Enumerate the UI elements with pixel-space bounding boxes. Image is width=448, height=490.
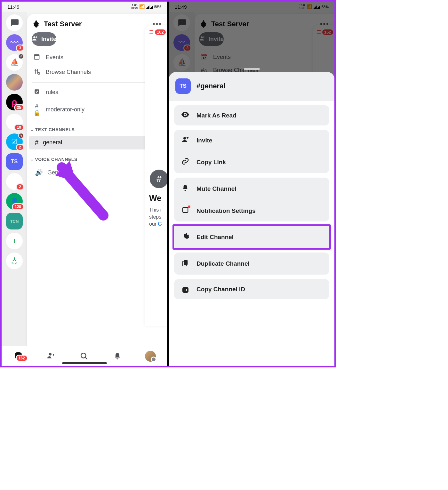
add-server-button[interactable]: +: [6, 233, 23, 249]
server-rail: 〰3 ⛵🔇 ρ25 10 ☑🔇2 TS 2 👤120 TCN +: [2, 12, 27, 346]
signal-icon: ◢◢: [146, 4, 153, 9]
nav-notifications[interactable]: [111, 352, 124, 360]
eye-icon: [181, 112, 189, 119]
gear-icon: [181, 232, 189, 242]
server-avatar[interactable]: 2: [6, 173, 23, 190]
nav-profile[interactable]: [144, 351, 157, 362]
status-time: 11:49: [7, 4, 20, 10]
chevron-down-icon: ⌄: [30, 157, 34, 162]
nav-friends[interactable]: [45, 352, 58, 360]
hash-lock-icon: #🔒: [33, 103, 41, 116]
muted-icon: 🔇: [18, 133, 24, 139]
channel-general[interactable]: # general: [29, 136, 165, 149]
copy-icon: [181, 259, 189, 268]
svg-rect-1: [35, 54, 39, 56]
sheet-title: #general: [196, 82, 226, 90]
notification-settings-button[interactable]: Notification Settings: [174, 200, 329, 221]
status-bar: 11:49 1.00KB/S 📶 ◢◢ 58%: [2, 2, 167, 12]
mark-as-read-button[interactable]: Mark As Read: [174, 105, 329, 125]
user-plus-icon: [181, 136, 189, 144]
status-battery: 58%: [154, 5, 161, 9]
server-boost-icon: [32, 20, 41, 28]
svg-point-5: [185, 114, 186, 116]
nav-home[interactable]: 162: [12, 352, 25, 360]
calendar-icon: [33, 53, 41, 61]
mention-badge: 162: [155, 29, 166, 35]
channel-actions-sheet: TS #general Mark As Read Invite: [169, 72, 334, 366]
chat-peek[interactable]: ☰162 # We This istepsour G: [145, 25, 168, 326]
discover-button[interactable]: [6, 253, 23, 269]
rules-icon: [33, 88, 41, 96]
server-avatar[interactable]: TCN: [6, 213, 23, 229]
home-indicator: [62, 362, 107, 364]
sheet-header: TS #general: [169, 72, 334, 101]
link-icon: [181, 157, 189, 167]
server-avatar[interactable]: ⛵🔇: [6, 54, 23, 71]
invite-button[interactable]: Invite: [32, 32, 56, 46]
volume-icon: 🔊: [35, 169, 43, 176]
hash-icon: #: [35, 139, 38, 146]
svg-rect-7: [184, 260, 188, 265]
edit-channel-button[interactable]: Edit Channel: [174, 226, 329, 248]
wifi-icon: 📶: [139, 4, 145, 9]
server-avatar-small: TS: [175, 78, 191, 94]
id-icon: ID: [181, 285, 189, 293]
svg-point-4: [81, 353, 86, 358]
hash-icon: #: [150, 170, 168, 188]
server-avatar[interactable]: ☑🔇2: [6, 133, 23, 150]
copy-link-button[interactable]: Copy Link: [174, 151, 329, 173]
server-avatar-current[interactable]: TS: [6, 153, 23, 170]
voice-channel[interactable]: 🔊 General: [29, 165, 165, 180]
server-title[interactable]: Test Server: [44, 20, 82, 28]
svg-point-2: [38, 73, 40, 75]
sheet-handle[interactable]: [244, 68, 260, 70]
server-avatar[interactable]: ρ25: [6, 94, 23, 110]
mute-channel-button[interactable]: Mute Channel: [174, 178, 329, 200]
server-avatar[interactable]: 〰3: [6, 34, 23, 51]
nav-search[interactable]: [78, 352, 91, 360]
bell-icon: [181, 184, 189, 193]
muted-icon: 🔇: [18, 53, 24, 59]
chevron-down-icon: ⌄: [30, 127, 34, 132]
server-avatar[interactable]: [6, 74, 23, 91]
dm-button[interactable]: [6, 14, 23, 31]
duplicate-channel-button[interactable]: Duplicate Channel: [174, 253, 329, 275]
user-plus-icon: [32, 36, 38, 43]
notification-icon: [181, 206, 189, 215]
copy-channel-id-button[interactable]: ID Copy Channel ID: [174, 279, 329, 299]
svg-rect-6: [183, 207, 188, 213]
browse-icon: [33, 68, 41, 76]
server-avatar[interactable]: 👤120: [6, 193, 23, 210]
edit-channel-highlight: Edit Channel: [172, 224, 331, 250]
invite-action-button[interactable]: Invite: [174, 130, 329, 151]
server-avatar[interactable]: 10: [6, 114, 23, 130]
